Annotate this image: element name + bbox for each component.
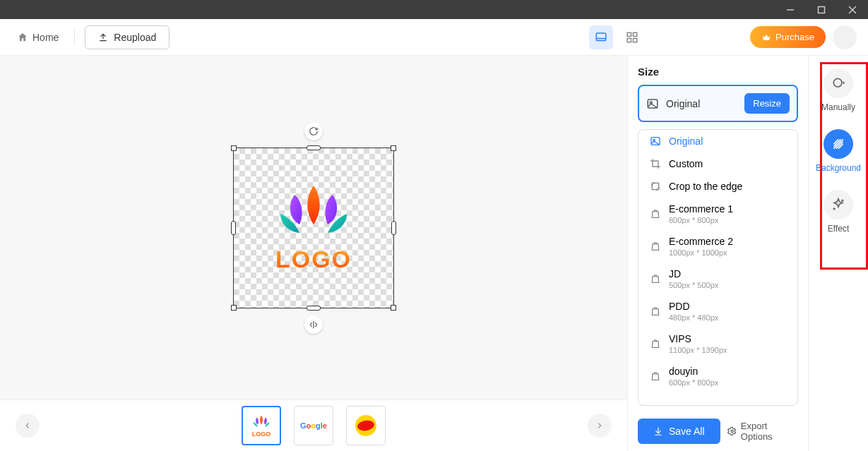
tab-manually-label: Manually — [821, 102, 855, 112]
effect-icon — [831, 198, 845, 212]
resize-button[interactable]: Resize — [744, 93, 790, 114]
flip-handle[interactable] — [304, 315, 323, 334]
resize-handle-tl[interactable] — [231, 145, 237, 151]
crown-icon — [761, 32, 771, 42]
size-item-8[interactable]: douyin600px * 800px — [638, 360, 797, 392]
bag-icon — [649, 241, 662, 252]
bag-icon — [649, 208, 662, 220]
size-item-5[interactable]: JD500px * 500px — [638, 263, 797, 295]
size-item-label: PDD — [669, 301, 718, 312]
tab-effect-label: Effect — [828, 224, 849, 234]
download-icon — [653, 426, 663, 436]
svg-rect-9 — [634, 38, 637, 42]
grid-view-button[interactable] — [620, 25, 644, 49]
size-item-6[interactable]: PDD480px * 480px — [638, 295, 797, 327]
size-preset-list[interactable]: OriginalCustomCrop to the edgeE-commerce… — [638, 129, 798, 406]
side-tabs: Manually Background Effect — [808, 56, 868, 451]
tab-effect[interactable]: Effect — [821, 190, 856, 234]
maximize-button[interactable] — [811, 0, 831, 19]
canvas-area: LOGO 100% — [0, 56, 627, 451]
bag-icon — [649, 306, 662, 317]
save-all-button[interactable]: Save All — [638, 419, 720, 444]
top-toolbar: Home Reupload Purchase — [0, 19, 868, 56]
size-item-label: E-commerce 2 — [669, 236, 733, 247]
size-item-0[interactable]: Original — [638, 130, 797, 152]
image-selection[interactable]: LOGO — [233, 148, 394, 308]
svg-rect-8 — [627, 38, 631, 42]
next-image-button[interactable] — [588, 414, 612, 438]
toolbar-divider — [74, 29, 75, 46]
size-item-label: Crop to the edge — [669, 181, 742, 192]
svg-rect-25 — [652, 183, 658, 189]
size-item-dim: 480px * 480px — [669, 313, 718, 322]
size-item-label: E-commerce 1 — [669, 203, 733, 215]
rotate-handle[interactable] — [304, 122, 323, 140]
svg-point-36 — [833, 208, 835, 210]
transparent-checker: LOGO — [234, 148, 393, 308]
home-icon — [17, 32, 28, 43]
canvas-viewport[interactable]: LOGO — [0, 56, 627, 399]
prev-image-button[interactable] — [16, 414, 40, 438]
current-size-label: Original — [666, 98, 700, 109]
resize-handle-bl[interactable] — [231, 305, 237, 311]
thumb-2[interactable]: Google — [294, 406, 333, 445]
minimize-button[interactable] — [780, 0, 800, 19]
tab-background[interactable]: Background — [813, 129, 864, 173]
svg-point-35 — [842, 200, 843, 201]
image-icon — [646, 97, 659, 110]
grid-view-icon — [626, 31, 638, 44]
crop-edge-icon — [649, 181, 662, 192]
user-avatar[interactable] — [833, 25, 857, 49]
save-all-label: Save All — [669, 426, 705, 437]
resize-edge-left[interactable] — [231, 221, 236, 235]
svg-point-26 — [731, 430, 733, 432]
size-item-dim: 600px * 800px — [669, 378, 718, 387]
resize-handle-tr[interactable] — [391, 145, 396, 151]
close-button[interactable] — [843, 0, 862, 19]
svg-rect-6 — [627, 32, 631, 36]
size-item-label: Original — [669, 136, 703, 147]
chevron-left-icon — [23, 421, 32, 431]
single-view-icon — [595, 31, 607, 44]
resize-edge-top[interactable] — [307, 145, 321, 150]
flip-icon — [309, 320, 319, 330]
export-options-label: Export Options — [741, 421, 798, 442]
resize-edge-bottom[interactable] — [307, 306, 321, 311]
size-item-label: Custom — [669, 158, 703, 169]
thumb-1-label: LOGO — [252, 431, 271, 438]
purchase-button[interactable]: Purchase — [750, 26, 826, 48]
purchase-label: Purchase — [775, 32, 814, 42]
size-item-1[interactable]: Custom — [638, 152, 797, 175]
resize-handle-br[interactable] — [391, 305, 396, 311]
reupload-label: Reupload — [114, 32, 156, 43]
home-button[interactable]: Home — [11, 28, 64, 47]
thumbnail-strip: LOGO Google — [0, 399, 627, 451]
rotate-icon — [309, 126, 319, 136]
size-item-label: douyin — [669, 366, 718, 377]
export-options-button[interactable]: Export Options — [727, 421, 798, 442]
logo-text: LOGO — [275, 246, 352, 273]
thumb-3[interactable] — [346, 406, 386, 445]
reupload-button[interactable]: Reupload — [85, 25, 170, 49]
resize-edge-right[interactable] — [391, 221, 396, 235]
size-item-dim: 800px * 800px — [669, 216, 733, 224]
crop-icon — [649, 158, 662, 169]
size-item-dim: 1000px * 1000px — [669, 248, 733, 257]
size-item-2[interactable]: Crop to the edge — [638, 175, 797, 198]
size-panel: Size Original Resize OriginalCustomCrop … — [627, 56, 808, 451]
size-item-7[interactable]: VIPS1100px * 1390px — [638, 327, 797, 360]
single-view-button[interactable] — [589, 25, 613, 49]
image-icon — [649, 136, 662, 147]
window-titlebar — [0, 0, 868, 19]
thumb-1[interactable]: LOGO — [242, 406, 281, 445]
svg-point-27 — [833, 78, 842, 87]
chevron-right-icon — [595, 421, 605, 431]
size-item-4[interactable]: E-commerce 21000px * 1000px — [638, 230, 797, 263]
svg-rect-7 — [634, 32, 637, 36]
tab-manually[interactable]: Manually — [819, 68, 858, 112]
size-item-3[interactable]: E-commerce 1800px * 800px — [638, 198, 797, 230]
svg-rect-1 — [819, 6, 825, 13]
background-icon — [831, 137, 845, 151]
bag-icon — [649, 338, 662, 349]
size-item-label: JD — [669, 268, 718, 279]
